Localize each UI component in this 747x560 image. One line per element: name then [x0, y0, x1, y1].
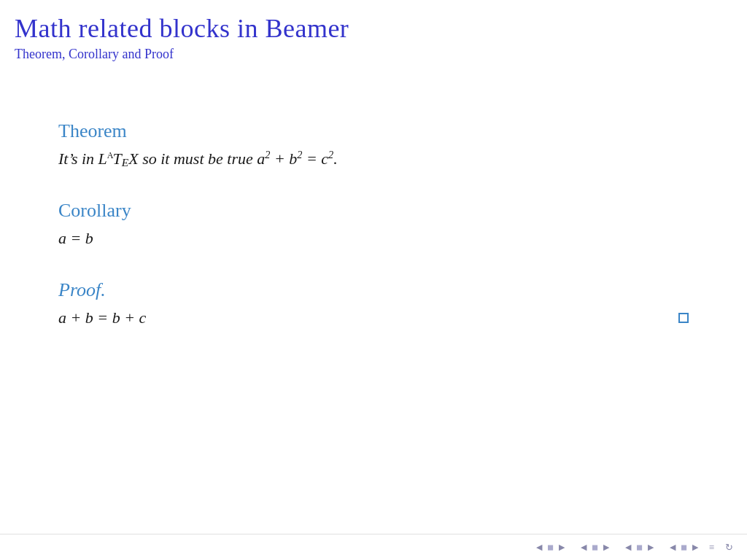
nav-next-1[interactable]: ▶ [557, 542, 567, 553]
nav-separator-bar: ≡ [709, 542, 714, 553]
proof-block: Proof. a + b = b + c [58, 279, 689, 330]
nav-sep-7: ◼ [681, 542, 687, 552]
slide-subtitle: Theorem, Corollary and Proof [15, 47, 732, 62]
corollary-block: Corollary a = b [58, 200, 689, 250]
nav-sep-3: ◼ [592, 542, 598, 552]
proof-title: Proof. [58, 279, 689, 301]
slide-content: Theorem It’s in LATEX so it must be true… [0, 69, 747, 534]
theorem-title: Theorem [58, 120, 689, 142]
footer-navigation[interactable]: ◀ ◼ ▶ ◀ ◼ ▶ ◀ ◼ ▶ ◀ ◼ ▶ ≡ ↻ [534, 541, 735, 553]
nav-prev-4[interactable]: ◀ [667, 542, 678, 553]
nav-prev-1[interactable]: ◀ [534, 542, 544, 553]
nav-sep-1: ◼ [547, 542, 554, 552]
slide-header: Math related blocks in Beamer Theorem, C… [0, 0, 747, 69]
corollary-title: Corollary [58, 200, 689, 222]
nav-prev-2[interactable]: ◀ [578, 542, 589, 553]
qed-symbol [678, 313, 689, 323]
slide-title: Math related blocks in Beamer [15, 13, 732, 44]
nav-next-2[interactable]: ▶ [601, 542, 611, 553]
slide: Math related blocks in Beamer Theorem, C… [0, 0, 747, 560]
nav-prev-3[interactable]: ◀ [623, 542, 633, 553]
nav-next-4[interactable]: ▶ [690, 542, 700, 553]
nav-next-3[interactable]: ▶ [646, 542, 656, 553]
nav-refresh[interactable]: ↻ [723, 541, 735, 553]
corollary-content: a = b [58, 226, 689, 250]
slide-footer: ◀ ◼ ▶ ◀ ◼ ▶ ◀ ◼ ▶ ◀ ◼ ▶ ≡ ↻ [0, 534, 747, 560]
proof-content-line: a + b = b + c [58, 306, 689, 330]
nav-sep-5: ◼ [636, 542, 643, 552]
proof-content: a + b = b + c [58, 306, 146, 330]
theorem-content: It’s in LATEX so it must be true a2 + b2… [58, 147, 689, 171]
theorem-block: Theorem It’s in LATEX so it must be true… [58, 120, 689, 171]
